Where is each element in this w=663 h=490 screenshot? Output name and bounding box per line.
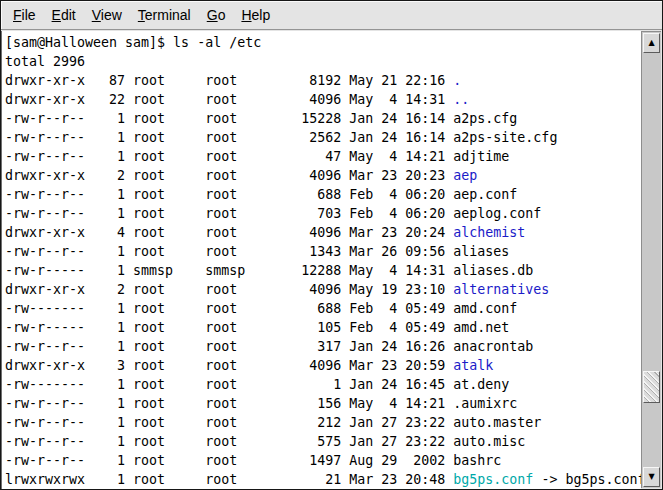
terminal-line: lrwxrwxrwx 1 root root 21 Mar 23 20:48 b…: [5, 470, 641, 489]
directory-name: .: [453, 73, 461, 88]
menu-item-file[interactable]: File: [13, 7, 36, 23]
terminal-text: -rw-r--r-- 1 root root 703 Feb 4 06:20: [5, 206, 453, 221]
terminal-text: -rw-r--r-- 1 root root 15228 Jan 24 16:1…: [5, 111, 453, 126]
menu-item-view-label: View: [92, 7, 122, 23]
terminal-text: auto.misc: [453, 434, 525, 449]
menu-item-terminal[interactable]: Terminal: [138, 7, 191, 23]
terminal-text: .aumixrc: [453, 396, 517, 411]
terminal-text: -rw-r--r-- 1 root root 47 May 4 14:21: [5, 149, 453, 164]
menu-item-go[interactable]: Go: [207, 7, 226, 23]
terminal-line: drwxr-xr-x 22 root root 4096 May 4 14:31…: [5, 90, 641, 109]
scrollbar[interactable]: ▲ ▼: [641, 31, 661, 488]
terminal-screen[interactable]: [sam@Halloween sam]$ ls -al /etctotal 29…: [1, 31, 641, 489]
terminal-text: -rw------- 1 root root 1 Jan 24 16:45: [5, 377, 453, 392]
terminal-text: amd.conf: [453, 301, 517, 316]
terminal-text: drwxr-xr-x 22 root root 4096 May 4 14:31: [5, 92, 453, 107]
scrollbar-thumb[interactable]: [643, 371, 660, 403]
terminal-line: -rw-r--r-- 1 root root 703 Feb 4 06:20 a…: [5, 204, 641, 223]
terminal-line: -rw-r--r-- 1 root root 2562 Jan 24 16:14…: [5, 128, 641, 147]
menu-item-edit[interactable]: Edit: [52, 7, 76, 23]
terminal-line: drwxr-xr-x 87 root root 8192 May 21 22:1…: [5, 71, 641, 90]
terminal-line: -rw-r--r-- 1 root root 575 Jan 27 23:22 …: [5, 432, 641, 451]
terminal-text: drwxr-xr-x 2 root root 4096 Mar 23 20:23: [5, 168, 453, 183]
terminal-text: -rw-r--r-- 1 root root 212 Jan 27 23:22: [5, 415, 453, 430]
terminal-line: -rw-r--r-- 1 root root 47 May 4 14:21 ad…: [5, 147, 641, 166]
terminal-line: drwxr-xr-x 2 root root 4096 Mar 23 20:23…: [5, 166, 641, 185]
scroll-up-icon: ▲: [648, 39, 654, 47]
terminal-text: drwxr-xr-x 2 root root 4096 May 19 23:10: [5, 282, 453, 297]
terminal-text: aliases: [453, 244, 509, 259]
scroll-up-button[interactable]: ▲: [643, 33, 660, 53]
menu-item-help-label: Help: [241, 7, 270, 23]
terminal-line: drwxr-xr-x 3 root root 4096 Mar 23 20:59…: [5, 356, 641, 375]
terminal-line: -rw-r----- 1 root root 105 Feb 4 05:49 a…: [5, 318, 641, 337]
directory-name: aep: [453, 168, 477, 183]
terminal-text: lrwxrwxrwx 1 root root 21 Mar 23 20:48: [5, 472, 453, 487]
directory-name: atalk: [453, 358, 493, 373]
terminal-line: -rw-r--r-- 1 root root 156 May 4 14:21 .…: [5, 394, 641, 413]
terminal-text: auto.master: [453, 415, 541, 430]
terminal-line: -rw-r--r-- 1 root root 688 Feb 4 06:20 a…: [5, 185, 641, 204]
terminal-text: [sam@Halloween sam]$ ls -al /etc: [5, 35, 261, 50]
terminal-line: total 2996: [5, 52, 641, 71]
terminal-text: amd.net: [453, 320, 509, 335]
terminal-line: drwxr-xr-x 4 root root 4096 Mar 23 20:24…: [5, 223, 641, 242]
menu-item-go-label: Go: [207, 7, 226, 23]
terminal-text: -rw-r--r-- 1 root root 1497 Aug 29 2002: [5, 453, 453, 468]
terminal-text: a2ps-site.cfg: [453, 130, 557, 145]
menu-item-edit-label: Edit: [52, 7, 76, 23]
directory-name: alchemist: [453, 225, 525, 240]
terminal-output: [sam@Halloween sam]$ ls -al /etctotal 29…: [5, 33, 641, 489]
terminal-line: -rw-r--r-- 1 root root 317 Jan 24 16:26 …: [5, 337, 641, 356]
menu-item-terminal-label: Terminal: [138, 7, 191, 23]
terminal-line: drwxr-xr-x 2 root root 4096 May 19 23:10…: [5, 280, 641, 299]
terminal-text: adjtime: [453, 149, 509, 164]
terminal-text: -rw-r--r-- 1 root root 2562 Jan 24 16:14: [5, 130, 453, 145]
terminal-text: aliases.db: [453, 263, 533, 278]
menu-item-file-label: File: [13, 7, 36, 23]
terminal-text: -rw-r----- 1 smmsp smmsp 12288 May 4 14:…: [5, 263, 453, 278]
terminal-line: -rw-r----- 1 smmsp smmsp 12288 May 4 14:…: [5, 261, 641, 280]
terminal-line: [sam@Halloween sam]$ ls -al /etc: [5, 33, 641, 52]
scroll-down-button[interactable]: ▼: [643, 467, 660, 487]
directory-name: alternatives: [453, 282, 549, 297]
terminal-window: File Edit View Terminal Go Help [sam@Hal…: [0, 0, 663, 490]
menu-item-help[interactable]: Help: [241, 7, 270, 23]
terminal-text: a2ps.cfg: [453, 111, 517, 126]
terminal-text: anacrontab: [453, 339, 533, 354]
terminal-line: -rw-r--r-- 1 root root 212 Jan 27 23:22 …: [5, 413, 641, 432]
terminal-line: -rw------- 1 root root 1 Jan 24 16:45 at…: [5, 375, 641, 394]
terminal-text: -rw-r--r-- 1 root root 575 Jan 27 23:22: [5, 434, 453, 449]
menubar: File Edit View Terminal Go Help: [1, 1, 662, 30]
terminal-line: -rw------- 1 root root 688 Feb 4 05:49 a…: [5, 299, 641, 318]
terminal-text: drwxr-xr-x 4 root root 4096 Mar 23 20:24: [5, 225, 453, 240]
scroll-down-icon: ▼: [648, 473, 654, 481]
terminal-text: -rw-r--r-- 1 root root 688 Feb 4 06:20: [5, 187, 453, 202]
terminal-text: aep.conf: [453, 187, 517, 202]
symlink-name: bg5ps.conf: [453, 472, 533, 487]
terminal-line: -rw-r--r-- 1 root root 15228 Jan 24 16:1…: [5, 109, 641, 128]
terminal-text: bashrc: [453, 453, 501, 468]
terminal-text: -rw-r--r-- 1 root root 317 Jan 24 16:26: [5, 339, 453, 354]
terminal-text: at.deny: [453, 377, 509, 392]
terminal-text: -rw-r--r-- 1 root root 1343 Mar 26 09:56: [5, 244, 453, 259]
terminal-text: -> bg5ps.conf: [533, 472, 641, 487]
terminal-text: total 2996: [5, 54, 85, 69]
terminal-text: aeplog.conf: [453, 206, 541, 221]
terminal-line: -rw-r--r-- 1 root root 1343 Mar 26 09:56…: [5, 242, 641, 261]
terminal-line: -rw-r--r-- 1 root root 1497 Aug 29 2002 …: [5, 451, 641, 470]
terminal-text: -rw------- 1 root root 688 Feb 4 05:49: [5, 301, 453, 316]
directory-name: ..: [453, 92, 469, 107]
terminal-text: drwxr-xr-x 3 root root 4096 Mar 23 20:59: [5, 358, 453, 373]
terminal-text: -rw-r----- 1 root root 105 Feb 4 05:49: [5, 320, 453, 335]
terminal-text: drwxr-xr-x 87 root root 8192 May 21 22:1…: [5, 73, 453, 88]
terminal-text: -rw-r--r-- 1 root root 156 May 4 14:21: [5, 396, 453, 411]
menu-item-view[interactable]: View: [92, 7, 122, 23]
